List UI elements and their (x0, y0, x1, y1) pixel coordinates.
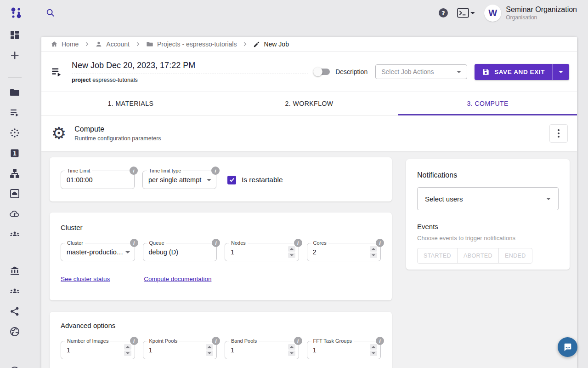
tab-compute[interactable]: 3. COMPUTE (398, 92, 577, 115)
nodes-stepper[interactable]: Nodes 1 i (225, 243, 299, 261)
time-limit-type-select[interactable]: Time limit type per single attempt i (142, 171, 216, 189)
share-icon[interactable] (9, 306, 20, 317)
job-title-input[interactable]: New Job Dec 20, 2023, 17:22 PM (72, 61, 308, 74)
globe-icon[interactable] (9, 326, 20, 337)
number-stepper (370, 246, 377, 258)
info-icon[interactable]: i (212, 337, 220, 345)
org-name: Seminar Organization (506, 5, 577, 14)
hierarchy-icon[interactable] (9, 168, 20, 179)
stepper-down-icon[interactable] (124, 351, 131, 356)
help-icon[interactable]: ? (439, 8, 448, 17)
chevron-right-icon (135, 41, 141, 47)
job-title-block: New Job Dec 20, 2023, 17:22 PM project e… (72, 61, 308, 83)
project-label: project (72, 77, 91, 83)
time-limit-field[interactable]: Time Limit 01:00:00 i (61, 171, 135, 189)
info-icon[interactable]: i (211, 167, 220, 175)
bank-icon[interactable] (9, 265, 20, 276)
job-actions-select[interactable]: Select Job Actions (375, 64, 467, 79)
fft-task-groups-stepper[interactable]: FFT Task Groups 1 i (307, 341, 381, 359)
stepper-down-icon[interactable] (206, 351, 213, 356)
field-label: Cluster (65, 240, 85, 246)
cloud-box-icon[interactable] (9, 188, 20, 199)
folder-icon[interactable] (9, 87, 20, 98)
job-actions-placeholder: Select Job Actions (381, 68, 434, 75)
svg-text:1: 1 (13, 150, 17, 157)
is-restartable-label: Is restartable (242, 176, 283, 184)
stepper-down-icon[interactable] (370, 351, 377, 356)
job-project-line: project espresso-tutorials (72, 77, 308, 83)
breadcrumb-project[interactable]: Projects - espresso-tutorials (146, 40, 237, 48)
save-menu-button[interactable] (552, 64, 569, 80)
info-icon[interactable]: i (376, 239, 384, 247)
topbar-right: ? W Seminar Organization Organisation (439, 0, 577, 26)
breadcrumb-account[interactable]: Account (95, 40, 130, 48)
cluster-select[interactable]: Cluster master-productio… i (61, 243, 135, 261)
members-icon[interactable] (9, 286, 20, 297)
field-label: Band Pools (229, 338, 259, 344)
check-icon (229, 177, 235, 183)
section-subtitle: Runtime configuration parameters (74, 135, 161, 142)
stepper-up-icon[interactable] (370, 344, 377, 350)
workflow-one-icon[interactable]: 1 (9, 148, 20, 159)
chat-launcher-button[interactable] (558, 337, 577, 357)
main-content: Home Account Projects - espresso-tutoria… (41, 37, 577, 368)
stepper-up-icon[interactable] (206, 344, 213, 350)
band-pools-stepper[interactable]: Band Pools 1 i (225, 341, 299, 359)
section-menu-button[interactable] (549, 124, 568, 143)
select-users-dropdown[interactable]: Select users (417, 187, 559, 210)
queue-field[interactable]: Queue debug (D) i (143, 243, 217, 261)
info-icon[interactable]: i (294, 337, 302, 345)
cluster-status-link[interactable]: See cluster status (61, 276, 110, 282)
description-toggle[interactable] (315, 69, 330, 75)
avatar[interactable]: W (484, 5, 501, 22)
stepper-up-icon[interactable] (124, 344, 131, 350)
info-icon[interactable]: i (294, 239, 302, 247)
field-label: Time limit type (147, 168, 183, 173)
info-icon[interactable]: i (376, 337, 384, 345)
number-of-images-stepper[interactable]: Number of Images 1 i (61, 341, 135, 359)
event-aborted-button[interactable]: ABORTED (457, 248, 499, 264)
dashboard-icon[interactable] (9, 29, 20, 40)
field-label: Number of Images (65, 338, 110, 344)
info-icon[interactable]: i (212, 239, 220, 247)
tab-materials[interactable]: 1. MATERIALS (41, 92, 220, 115)
section-title: Compute (74, 125, 161, 133)
stepper-up-icon[interactable] (288, 246, 295, 252)
plus-icon[interactable] (9, 50, 20, 61)
jobs-list-icon[interactable] (9, 107, 20, 118)
team-icon[interactable] (9, 229, 20, 240)
materials-dots-icon[interactable] (9, 127, 20, 138)
info-icon[interactable]: i (130, 337, 138, 345)
cloud-upload-icon[interactable] (9, 208, 20, 219)
stepper-down-icon[interactable] (370, 253, 377, 258)
info-icon[interactable]: i (130, 167, 138, 175)
app-logo-icon[interactable] (10, 6, 22, 19)
stepper-down-icon[interactable] (288, 351, 295, 356)
save-button-label: SAVE AND EXIT (494, 69, 545, 75)
info-icon[interactable]: i (130, 239, 138, 247)
notifications-title: Notifications (417, 171, 559, 179)
event-ended-button[interactable]: ENDED (498, 248, 532, 264)
caret-down-icon (457, 71, 461, 73)
compute-docs-link[interactable]: Compute documentation (144, 276, 211, 282)
breadcrumb-home[interactable]: Home (51, 40, 79, 48)
field-value: 01:00:00 (61, 171, 134, 189)
event-started-button[interactable]: STARTED (417, 248, 458, 264)
is-restartable-checkbox[interactable] (227, 176, 236, 184)
topbar: ? W Seminar Organization Organisation (0, 0, 588, 26)
stepper-up-icon[interactable] (370, 246, 377, 252)
kpoint-pools-stepper[interactable]: Kpoint Pools 1 i (143, 341, 217, 359)
org-switcher[interactable]: Seminar Organization Organisation (506, 5, 577, 21)
console-dropdown-icon[interactable] (457, 8, 475, 18)
globe-partial-icon[interactable] (9, 362, 20, 368)
runtime-card: Time Limit 01:00:00 i Time limit type pe… (50, 157, 392, 201)
cores-stepper[interactable]: Cores 2 i (307, 243, 381, 261)
description-toggle-label: Description (335, 68, 368, 75)
stepper-up-icon[interactable] (288, 344, 295, 350)
save-and-exit-button[interactable]: SAVE AND EXIT (475, 64, 552, 80)
search-icon[interactable] (45, 8, 56, 18)
compute-section-header: ⚙ Compute Runtime configuration paramete… (41, 115, 577, 151)
tab-workflow[interactable]: 2. WORKFLOW (220, 92, 399, 115)
caret-down-icon (559, 71, 563, 73)
stepper-down-icon[interactable] (288, 253, 295, 258)
